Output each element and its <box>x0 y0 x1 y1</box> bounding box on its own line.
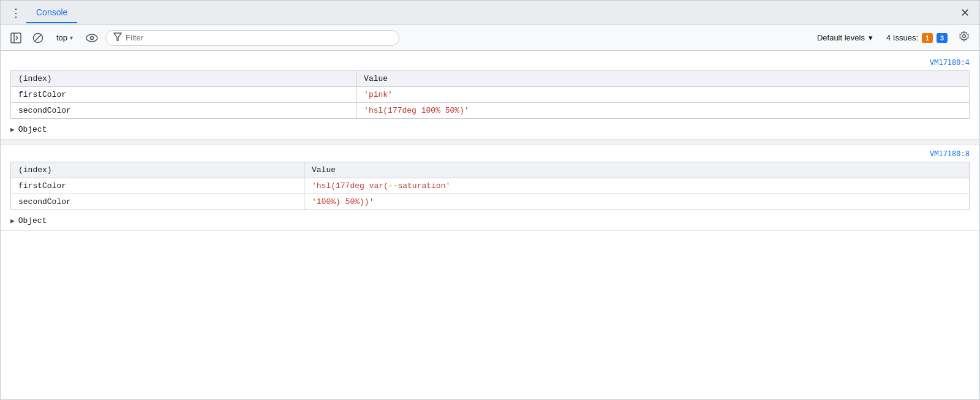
clear-console-button[interactable] <box>29 30 47 46</box>
value-cell: 'hsl(177deg var(--saturation' <box>304 178 970 194</box>
table-row: secondColor 'hsl(177deg 100% 50%)' <box>11 103 970 119</box>
issues-section: 4 Issues: 1 3 <box>883 33 951 43</box>
levels-chevron-icon: ▾ <box>869 33 873 42</box>
table-row: firstColor 'hsl(177deg var(--saturation' <box>11 178 970 194</box>
tab-bar: ⋮ Console ✕ <box>1 1 979 25</box>
console-table-2: (index) Value firstColor 'hsl(177deg var… <box>10 162 970 210</box>
chevron-down-icon: ▾ <box>70 34 73 41</box>
console-content: VM17180:4 (index) Value firstColor 'pink… <box>1 51 979 399</box>
svg-rect-0 <box>11 33 21 43</box>
console-table-1: (index) Value firstColor 'pink' secondCo… <box>10 70 970 119</box>
warning-issues-badge[interactable]: 1 <box>922 33 933 43</box>
context-selector[interactable]: top ▾ <box>51 31 78 45</box>
object-expander-2[interactable]: ▶ Object <box>1 214 979 229</box>
live-expressions-button[interactable] <box>82 31 102 45</box>
context-label: top <box>56 33 67 42</box>
vm-link-2[interactable]: VM17180:8 <box>930 149 970 158</box>
col-index-header-2: (index) <box>11 162 304 178</box>
object-label-1: Object <box>18 125 47 134</box>
console-block-1: VM17180:4 (index) Value firstColor 'pink… <box>1 53 979 140</box>
index-cell: secondColor <box>11 103 356 119</box>
vm-link-row-2: VM17180:8 <box>1 146 979 159</box>
toolbar: top ▾ Default levels ▾ 4 Issue <box>1 25 979 51</box>
clear-icon <box>32 32 43 43</box>
object-expander-1[interactable]: ▶ Object <box>1 123 979 138</box>
issues-label: 4 Issues: <box>886 33 918 42</box>
gear-icon <box>959 31 970 42</box>
col-value-header-1: Value <box>356 71 970 87</box>
expand-triangle-icon: ▶ <box>10 217 15 225</box>
col-index-header-1: (index) <box>11 71 356 87</box>
svg-line-5 <box>34 34 42 42</box>
table-row: firstColor 'pink' <box>11 87 970 103</box>
vm-link-row-1: VM17180:4 <box>1 55 979 68</box>
value-cell: '100%) 50%))' <box>304 194 970 210</box>
col-value-header-2: Value <box>304 162 970 178</box>
value-cell: 'hsl(177deg 100% 50%)' <box>356 103 970 119</box>
devtools-panel: ⋮ Console ✕ top ▾ <box>0 0 980 400</box>
svg-line-3 <box>16 38 18 40</box>
console-block-2: VM17180:8 (index) Value firstColor 'hsl(… <box>1 145 979 231</box>
svg-marker-8 <box>114 33 121 40</box>
settings-button[interactable] <box>955 28 973 47</box>
console-tab[interactable]: Console <box>26 2 77 23</box>
object-label-2: Object <box>18 216 47 225</box>
eye-icon <box>86 33 98 43</box>
filter-input-wrapper <box>105 30 399 46</box>
filter-icon <box>113 32 122 43</box>
funnel-icon <box>113 32 122 41</box>
default-levels-label: Default levels <box>817 33 865 42</box>
section-gap <box>1 140 979 145</box>
svg-point-6 <box>86 34 97 42</box>
index-cell: secondColor <box>11 194 304 210</box>
sidebar-icon <box>10 32 21 43</box>
index-cell: firstColor <box>11 178 304 194</box>
close-button[interactable]: ✕ <box>956 4 974 22</box>
index-cell: firstColor <box>11 87 356 103</box>
more-icon[interactable]: ⋮ <box>6 4 26 22</box>
table-row: secondColor '100%) 50%))' <box>11 194 970 210</box>
sidebar-toggle-button[interactable] <box>7 30 25 46</box>
vm-link-1[interactable]: VM17180:4 <box>930 58 970 67</box>
expand-triangle-icon: ▶ <box>10 126 15 134</box>
svg-point-7 <box>91 36 94 39</box>
value-cell: 'pink' <box>356 87 970 103</box>
filter-input[interactable] <box>126 33 391 42</box>
log-levels-button[interactable]: Default levels ▾ <box>811 31 879 44</box>
info-issues-badge[interactable]: 3 <box>937 33 948 43</box>
svg-point-9 <box>963 35 966 38</box>
